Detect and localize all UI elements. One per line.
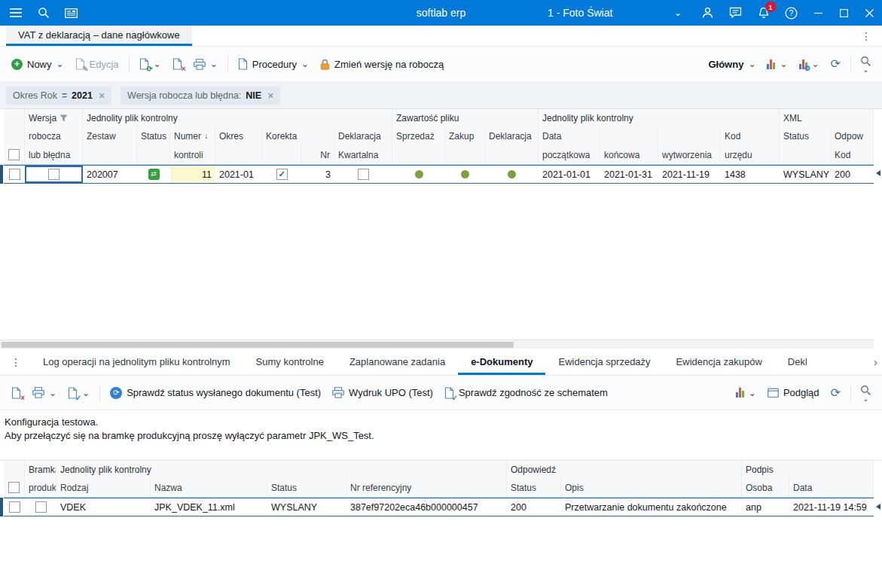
col-subheader-poczatkowa[interactable]: początkowa (539, 145, 600, 164)
col-header-deklaracja[interactable]: Deklaracja (334, 126, 392, 145)
select-all-checkbox[interactable] (8, 149, 20, 160)
document-actions-button[interactable]: ⟳ ⌄ (134, 53, 166, 75)
tab-deklaracje[interactable]: Deklaracje (775, 349, 807, 375)
remove-filter-icon[interactable]: × (97, 90, 105, 101)
delete-document-button[interactable]: × (6, 382, 26, 404)
col-subheader-nr[interactable]: Nr (301, 145, 334, 164)
col-subheader-kwartalna[interactable]: Kwartalna (334, 145, 392, 164)
change-version-button[interactable]: Zmień wersję na roboczą (315, 53, 449, 75)
col-header-xml-status[interactable]: Status (780, 126, 831, 145)
col-header-status[interactable]: Status (137, 126, 170, 145)
col-header-okres[interactable]: Okres (215, 126, 262, 145)
print-button[interactable]: ⌄ (188, 53, 223, 75)
tab-zaplanowane-zadania[interactable]: Zaplanowane zadania (337, 349, 458, 375)
col-header-sprzedaz[interactable]: Sprzedaż (392, 126, 445, 145)
check-sent-status-button[interactable]: ⟳ Sprawdź status wysłanego dokumentu (Te… (105, 382, 326, 404)
news-button[interactable] (57, 0, 85, 26)
company-selector[interactable]: 1 - Foto Świat ⌄ (548, 0, 682, 26)
bramka-checkbox[interactable] (35, 501, 47, 513)
grid-search-button[interactable]: ⌄ (856, 54, 876, 74)
tab-log-operacji[interactable]: Log operacji na jednolitym pliku kontrol… (30, 349, 243, 375)
delete-button[interactable]: × (167, 53, 188, 75)
col-header-opis[interactable]: Opis (561, 479, 742, 497)
col-header-korekta[interactable]: Korekta (262, 126, 334, 145)
analysis-settings-button[interactable]: ⚙ ⌄ (794, 54, 825, 75)
col-header-data[interactable]: Data (789, 479, 874, 497)
chat-button[interactable] (722, 0, 749, 26)
row-checkbox[interactable] (9, 501, 20, 513)
col-subheader-wytworzenia[interactable]: wytworzenia (658, 145, 721, 164)
col-header-rodzaj[interactable]: Rodzaj (56, 479, 151, 497)
new-button[interactable]: + Nowy ⌄ (6, 53, 69, 75)
col-subheader-kod[interactable]: Kod (831, 145, 874, 164)
help-button[interactable]: ? (777, 0, 805, 26)
refresh-button[interactable]: ⟳ (826, 53, 846, 75)
table-row[interactable]: VDEK JPK_VDEK_11.xml WYSLANY 387ef97202e… (4, 498, 874, 516)
view-selector-button[interactable]: Główny ⌄ (703, 53, 761, 75)
robocza-checkbox[interactable] (48, 169, 60, 180)
col-header-deklaracja2[interactable]: Deklaracja (485, 126, 539, 145)
global-search-button[interactable] (29, 0, 57, 26)
tabs-scroll-right-button[interactable]: › (871, 349, 880, 375)
tab-vat-z-deklaracja[interactable]: VAT z deklaracją – dane nagłówkowe (6, 26, 192, 46)
col-header-osoba[interactable]: Osoba (742, 479, 789, 497)
tab-options-button[interactable]: ⋮ (856, 26, 876, 46)
print-upo-button[interactable]: Wydruk UPO (Test) (327, 382, 438, 404)
col-subheader-empty (485, 145, 539, 164)
procedures-button[interactable]: Procedury ⌄ (233, 53, 314, 75)
test-config-info: Konfiguracja testowa. Aby przełączyć się… (0, 410, 882, 460)
col-header-kod[interactable]: Kod (721, 126, 780, 145)
col-subheader-koncowa[interactable]: końcowa (600, 145, 658, 164)
plus-icon: + (11, 59, 23, 70)
tab-ewidencja-zakupow[interactable]: Ewidencja zakupów (664, 349, 775, 375)
chart-button[interactable]: ⌄ (761, 54, 792, 75)
menu-button[interactable] (2, 0, 29, 26)
remove-filter-icon[interactable]: × (266, 90, 273, 101)
notifications-button[interactable]: 1 (749, 0, 777, 26)
tab-ewidencja-sprzedazy[interactable]: Ewidencja sprzedaży (545, 349, 663, 375)
col-header-nazwa[interactable]: Nazwa (151, 479, 267, 497)
maximize-button[interactable] (831, 0, 856, 26)
export-document-button[interactable]: ✓ ⌄ (63, 382, 95, 404)
grid-search-button[interactable]: ⌄ (856, 383, 876, 403)
chart-button[interactable]: ⌄ (731, 382, 761, 403)
kwartalna-checkbox[interactable] (358, 169, 369, 180)
col-subheader-urzedu[interactable]: urzędu (721, 145, 780, 164)
print-document-button[interactable]: ⌄ (27, 382, 62, 404)
col-subheader-lub-bledna[interactable]: lub błędna (25, 145, 83, 164)
col-header-data[interactable]: Data (539, 126, 600, 145)
row-checkbox[interactable] (9, 169, 20, 180)
col-label: Deklaracja (489, 131, 532, 142)
filter-chip-okres[interactable]: Okres Rok = 2021 × (6, 87, 111, 105)
edit-button[interactable]: ✎ Edycja (70, 53, 124, 75)
scrollbar-thumb[interactable] (2, 342, 514, 348)
check-schema-button[interactable]: ✓ Sprawdź zgodność ze schematem (439, 382, 613, 404)
table-row[interactable]: 202007 ⇄ 11 2021-01 ✓ 3 2021-01-01 2021-… (4, 165, 874, 184)
preview-button[interactable]: Podgląd (762, 382, 825, 404)
korekta-checkbox[interactable]: ✓ (276, 169, 288, 180)
refresh-button[interactable]: ⟳ (826, 382, 846, 404)
col-header-produk[interactable]: produk. (25, 479, 56, 497)
preview-window-icon (768, 388, 779, 398)
tab-e-dokumenty[interactable]: e-Dokumenty (458, 349, 545, 375)
detail-tabs-menu-button[interactable]: ⋮ (2, 349, 30, 375)
col-header-robocza[interactable]: robocza (25, 126, 83, 145)
col-label: Nr (320, 150, 330, 160)
col-header-numer[interactable]: Numer ↓ (170, 126, 215, 145)
user-button[interactable] (694, 0, 722, 26)
col-header-zakup[interactable]: Zakup (445, 126, 485, 145)
col-header-status[interactable]: Status (267, 479, 346, 497)
chevron-down-icon: ⌄ (49, 389, 56, 397)
col-header-nr-referencyjny[interactable]: Nr referencyjny (346, 479, 507, 497)
col-header-zestaw[interactable]: Zestaw (83, 126, 137, 145)
filter-chip-wersja[interactable]: Wersja robocza lub błędna: NIE × (121, 87, 280, 105)
horizontal-scrollbar[interactable] (0, 340, 874, 349)
select-all-checkbox[interactable] (8, 482, 20, 493)
minimize-button[interactable] (805, 0, 831, 26)
tab-sumy-kontrolne[interactable]: Sumy kontrolne (243, 349, 337, 375)
close-button[interactable] (856, 0, 882, 26)
group-header-wersja[interactable]: Wersja (25, 109, 83, 126)
col-header-odpowiedz[interactable]: Odpow (831, 126, 874, 145)
col-subheader-kontroli[interactable]: kontroli (170, 145, 215, 164)
col-header-odp-status[interactable]: Status (507, 479, 561, 497)
